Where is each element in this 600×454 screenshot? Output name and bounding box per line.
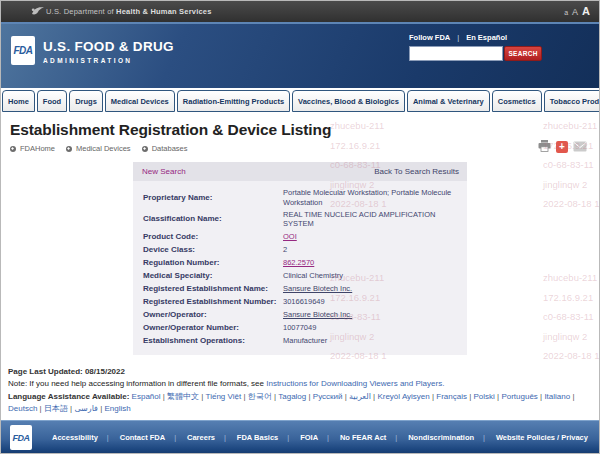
back-to-results-link[interactable]: Back To Search Results	[374, 167, 459, 176]
share-icon[interactable]: +	[556, 141, 568, 153]
field-value: 3016619649	[283, 297, 325, 306]
footer-link[interactable]: Contact FDA	[120, 433, 176, 442]
brand-line-1: U.S. FOOD & DRUG	[43, 39, 174, 54]
search-button[interactable]: SEARCH	[504, 46, 542, 61]
nav-tab[interactable]: Tobacco Products	[544, 90, 600, 112]
nav-tab[interactable]: Cosmetics	[492, 90, 542, 112]
breadcrumb-bullet-icon	[10, 146, 16, 152]
nav-tab[interactable]: Animal & Veterinary	[407, 90, 490, 112]
brand-line-2: ADMINISTRATION	[43, 57, 174, 64]
nav-tab[interactable]: Food	[37, 90, 67, 112]
table-row: Registered Establishment Number: 3016619…	[143, 295, 459, 308]
field-value[interactable]: Sansure Biotech Inc.	[283, 284, 352, 293]
field-value: 10077049	[283, 323, 316, 332]
nav-tab[interactable]: Radiation-Emitting Products	[177, 90, 290, 112]
language-link[interactable]: English	[104, 404, 130, 413]
language-link[interactable]: Español	[132, 392, 167, 401]
language-link[interactable]: Italiano	[544, 392, 574, 401]
language-link[interactable]: Português	[501, 392, 544, 401]
field-label: Regulation Number:	[143, 258, 283, 268]
print-icon[interactable]	[538, 138, 551, 156]
file-formats-note: Note: If you need help accessing informa…	[8, 378, 590, 390]
new-search-link[interactable]: New Search	[142, 167, 186, 176]
field-value-cell: Manufacturer	[283, 336, 459, 346]
field-value: REAL TIME NUCLEIC ACID AMPLIFICATION SYS…	[283, 210, 435, 229]
field-value-cell: 862.2570	[283, 258, 459, 268]
field-label: Medical Specialty:	[143, 271, 283, 281]
footer-link[interactable]: No FEAR Act	[340, 433, 397, 442]
breadcrumb-bullet-icon	[66, 146, 72, 152]
breadcrumb-link[interactable]: Databases	[152, 144, 188, 153]
en-espanol-link[interactable]: En Español	[466, 33, 507, 42]
language-link[interactable]: Deutsch	[8, 404, 44, 413]
footer-link[interactable]: Careers	[187, 433, 226, 442]
font-small-button[interactable]: a	[564, 9, 568, 16]
page-footer-text: Page Last Updated: 08/15/2022 Note: If y…	[8, 366, 590, 416]
language-link[interactable]: Français	[436, 392, 473, 401]
font-size-controls: a A A	[564, 5, 590, 17]
language-link[interactable]: Tagalog	[278, 392, 313, 401]
field-value[interactable]: OOI	[283, 232, 297, 241]
footer-link[interactable]: Website Policies / Privacy	[496, 433, 588, 442]
language-link[interactable]: Tiếng Việt	[206, 392, 248, 401]
table-row: Establishment Operations: Manufacturer	[143, 334, 459, 347]
field-value: Manufacturer	[283, 336, 327, 345]
breadcrumb: FDAHome Medical Devices Databases	[10, 144, 600, 153]
table-row: Regulation Number: 862.2570	[143, 256, 459, 269]
fda-footer-logo[interactable]: FDA	[10, 425, 32, 450]
language-link[interactable]: Polski	[474, 392, 502, 401]
footer-link[interactable]: Accessibility	[52, 433, 109, 442]
main-content: Establishment Registration & Device List…	[0, 121, 600, 416]
field-label: Proprietary Name:	[143, 193, 283, 203]
field-label: Classification Name:	[143, 214, 283, 224]
language-assistance: Language Assistance Available: Español繁體…	[8, 391, 590, 416]
breadcrumb-link[interactable]: FDAHome	[20, 144, 55, 153]
language-link[interactable]: Русский	[313, 392, 349, 401]
field-value-cell: REAL TIME NUCLEIC ACID AMPLIFICATION SYS…	[283, 210, 459, 230]
breadcrumb-bullet-icon	[142, 146, 148, 152]
language-link[interactable]: فارسی	[74, 404, 104, 413]
footer-links: AccessibilityContact FDACareersFDA Basic…	[52, 433, 588, 442]
font-large-button[interactable]: A	[582, 5, 590, 17]
nav-tab[interactable]: Home	[2, 90, 35, 112]
language-link[interactable]: Kreyòl Ayisyen	[377, 392, 436, 401]
table-row: Product Code: OOI	[143, 230, 459, 243]
footer-link[interactable]: FOIA	[300, 433, 329, 442]
field-value-cell: Clinical Chemistry	[283, 271, 459, 281]
search-input[interactable]	[409, 46, 503, 61]
nav-tab[interactable]: Drugs	[69, 90, 103, 112]
table-row: Owner/Operator Number: 10077049	[143, 321, 459, 334]
footer-link[interactable]: FDA Basics	[237, 433, 289, 442]
page-title: Establishment Registration & Device List…	[10, 121, 600, 139]
language-assistance-label: Language Assistance Available:	[8, 392, 129, 401]
language-link[interactable]: العربية	[349, 392, 377, 401]
field-label: Owner/Operator Number:	[143, 323, 283, 333]
last-updated: Page Last Updated: 08/15/2022	[8, 366, 590, 378]
language-link[interactable]: 日本語	[44, 404, 75, 413]
field-label: Product Code:	[143, 232, 283, 242]
field-value[interactable]: Sansure Biotech Inc.	[283, 310, 352, 319]
field-value[interactable]: 862.2570	[283, 258, 314, 267]
fda-brand: U.S. FOOD & DRUG ADMINISTRATION	[43, 39, 174, 64]
nav-tab[interactable]: Vaccines, Blood & Biologics	[292, 90, 405, 112]
breadcrumb-link[interactable]: Medical Devices	[76, 144, 131, 153]
hhs-eagle-icon	[30, 3, 46, 23]
footer-link[interactable]: Nondiscrimination	[408, 433, 485, 442]
font-medium-button[interactable]: A	[572, 7, 578, 17]
nav-tab[interactable]: Medical Devices	[105, 90, 175, 112]
viewers-players-link[interactable]: Instructions for Downloading Viewers and…	[266, 379, 444, 388]
language-link[interactable]: 繁體中文	[167, 392, 206, 401]
field-label: Registered Establishment Name:	[143, 284, 283, 294]
primary-nav: Home Food Drugs Medical Devices Radiatio…	[0, 88, 600, 112]
language-link[interactable]: 한국어	[248, 392, 279, 401]
follow-fda-link[interactable]: Follow FDA	[409, 33, 450, 42]
table-row: Device Class: 2	[143, 243, 459, 256]
field-value-cell: 3016619649	[283, 297, 459, 307]
divider: |	[457, 33, 459, 42]
field-value-cell: Portable Molecular Workstation; Portable…	[283, 188, 459, 208]
results-header-bar: New Search Back To Search Results	[133, 162, 467, 181]
email-icon[interactable]	[573, 138, 587, 156]
field-label: Owner/Operator:	[143, 310, 283, 320]
fda-logo[interactable]: FDA	[11, 36, 35, 65]
breadcrumb-item: Medical Devices	[66, 144, 131, 153]
